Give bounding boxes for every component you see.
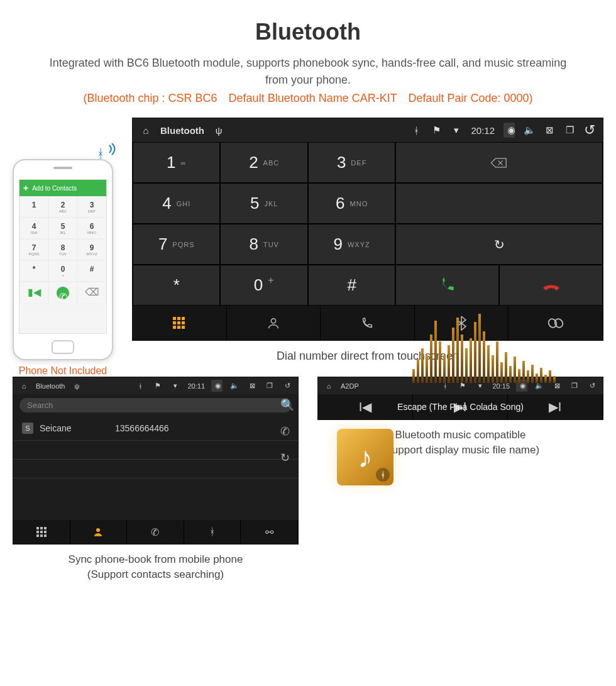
- phone-home-button: [52, 340, 74, 354]
- home-icon[interactable]: ⌂: [323, 382, 334, 390]
- usb-icon: ψ: [213, 125, 224, 136]
- back-icon[interactable]: ↺: [282, 382, 293, 390]
- svg-point-10: [271, 318, 275, 323]
- dialer-unit: ⌂ Bluetooth ψ ᚼ ⚑ ▾ 20:12 ◉ 🔈 ⊠ ❐ ↺ 1∞2A…: [132, 118, 603, 341]
- location-icon: ⚑: [431, 124, 442, 136]
- close-icon[interactable]: ⊠: [544, 124, 555, 136]
- contacts-panel: ⌂ Bluetooth ψ ᚼ ⚑ ▾ 20:11 ◉ 🔈 ⊠ ❐ ↺ Sear…: [13, 377, 299, 545]
- nav-bluetooth[interactable]: ᚼ: [184, 520, 241, 544]
- svg-rect-6: [182, 321, 185, 324]
- screenshot-icon[interactable]: ◉: [503, 123, 515, 138]
- nav-pair[interactable]: ⚯: [241, 520, 298, 544]
- bluetooth-icon: ᚼ: [410, 125, 422, 136]
- phone-caption: Phone Not Included: [13, 365, 113, 377]
- phone-key-#: #: [77, 260, 106, 282]
- dial-key-2[interactable]: 2ABC: [220, 142, 307, 183]
- svg-rect-4: [173, 321, 176, 324]
- dial-key-5[interactable]: 5JKL: [220, 183, 307, 224]
- phone-key-5: 5JKL: [48, 218, 77, 239]
- svg-rect-21: [44, 534, 47, 537]
- phone-key-7: 7PQRS: [19, 239, 48, 260]
- svg-rect-13: [36, 527, 39, 529]
- dial-key-0[interactable]: 0+: [220, 265, 307, 306]
- svg-rect-8: [177, 326, 180, 329]
- dial-key-6[interactable]: 6MNO: [308, 183, 395, 224]
- close-icon[interactable]: ⊠: [246, 382, 258, 390]
- dial-key-*[interactable]: *: [133, 265, 220, 306]
- hangup-key[interactable]: [499, 265, 603, 306]
- recents-icon[interactable]: ❐: [564, 124, 575, 136]
- status-title: A2DP: [341, 382, 359, 390]
- home-icon[interactable]: ⌂: [18, 382, 30, 390]
- search-input[interactable]: Search: [19, 398, 292, 412]
- svg-rect-17: [40, 531, 43, 533]
- svg-rect-2: [177, 317, 180, 320]
- phone-key-9: 9WXYZ: [77, 239, 106, 260]
- empty-row: [13, 460, 298, 479]
- contact-row[interactable]: S Seicane 13566664466: [13, 416, 298, 441]
- svg-rect-14: [40, 527, 43, 529]
- track-title: Escape (The Pina Colada Song): [318, 402, 603, 412]
- nav-contacts[interactable]: [70, 520, 128, 544]
- side-search-icon[interactable]: 🔍: [280, 398, 294, 412]
- phone-video-icon: ▮◀: [19, 282, 48, 304]
- status-title: Bluetooth: [160, 125, 204, 136]
- sync-key[interactable]: ↻: [395, 224, 603, 265]
- music-panel: ⌂ A2DP ᚼ ⚑ ▾ 20:15 ◉ 🔈 ⊠ ❐ ↺ Escape (The…: [317, 377, 603, 420]
- svg-rect-1: [173, 317, 176, 320]
- backspace-key[interactable]: [395, 142, 603, 183]
- empty-row: [13, 479, 298, 497]
- home-icon[interactable]: ⌂: [140, 125, 151, 136]
- nav-calllog[interactable]: ✆: [127, 520, 184, 544]
- dial-key-3[interactable]: 3DEF: [308, 142, 395, 183]
- dial-key-#[interactable]: #: [308, 265, 395, 306]
- svg-rect-5: [177, 321, 180, 324]
- dial-key-8[interactable]: 8TUV: [220, 224, 307, 265]
- status-time: 20:15: [492, 382, 510, 390]
- volume-icon[interactable]: 🔈: [524, 124, 535, 136]
- bluetooth-icon: ᚼ: [135, 382, 146, 390]
- screenshot-icon[interactable]: ◉: [211, 380, 223, 392]
- location-icon: ⚑: [152, 382, 163, 390]
- dial-key-9[interactable]: 9WXYZ: [308, 224, 395, 265]
- dial-key-4[interactable]: 4GHI: [133, 183, 220, 224]
- svg-rect-3: [182, 317, 185, 320]
- volume-icon[interactable]: 🔈: [229, 382, 240, 390]
- usb-icon: ψ: [71, 382, 82, 390]
- nav-dialpad[interactable]: [133, 306, 227, 340]
- phone-mockup: ᚼ + Add to Contacts 12ABC3DEF4GHI5JKL6MN…: [13, 159, 113, 377]
- phone-key-0: 0+: [48, 260, 77, 282]
- page-title: Bluetooth: [0, 19, 616, 45]
- phone-add-contact-label: Add to Contacts: [32, 185, 77, 192]
- side-sync-icon[interactable]: ↻: [280, 451, 294, 465]
- svg-text:ᚼ: ᚼ: [97, 147, 104, 160]
- status-time: 20:11: [187, 382, 205, 390]
- nav-dialpad[interactable]: [13, 520, 70, 544]
- music-visualizer: [412, 314, 591, 383]
- side-call-icon[interactable]: ✆: [280, 424, 294, 438]
- dial-key-7[interactable]: 7PQRS: [133, 224, 220, 265]
- svg-rect-16: [36, 531, 39, 533]
- wifi-icon: ▾: [451, 124, 462, 136]
- contacts-caption: Sync phone-book from mobile phone (Suppo…: [13, 552, 299, 582]
- status-time: 20:12: [471, 125, 495, 136]
- dial-grid: 1∞2ABC3DEF4GHI5JKL6MNO7PQRS8TUV9WXYZ↻*0+…: [133, 142, 603, 306]
- bluetooth-waves-icon: ᚼ: [97, 143, 118, 165]
- nav-calllog[interactable]: [321, 306, 415, 340]
- dial-key-1[interactable]: 1∞: [133, 142, 220, 183]
- svg-rect-9: [182, 326, 185, 329]
- call-key[interactable]: [395, 265, 499, 306]
- page-spec: (Bluetooth chip : CSR BC6 Default Blueto…: [13, 92, 603, 105]
- phone-key-4: 4GHI: [19, 218, 48, 239]
- svg-rect-20: [40, 534, 43, 537]
- empty-key: [395, 183, 603, 224]
- svg-rect-15: [44, 527, 47, 529]
- svg-rect-18: [44, 531, 47, 533]
- back-icon[interactable]: ↺: [584, 122, 595, 138]
- contact-number: 13566664466: [115, 423, 169, 433]
- empty-row: [13, 441, 298, 460]
- nav-contacts[interactable]: [227, 306, 321, 340]
- phone-key-*: *: [19, 260, 48, 282]
- music-note-icon: ♪ᚼ: [337, 429, 393, 485]
- recents-icon[interactable]: ❐: [264, 382, 275, 390]
